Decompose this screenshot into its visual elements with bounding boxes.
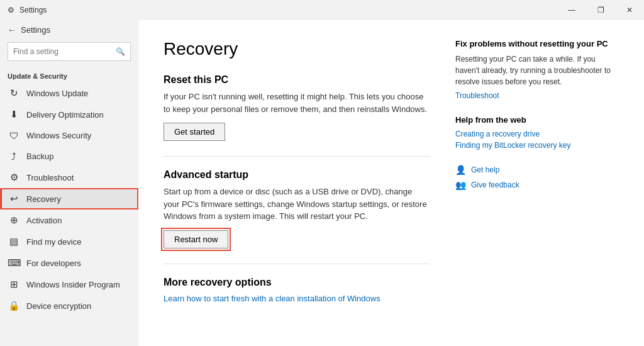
content-main: Recovery Reset this PC If your PC isn't … [164,39,430,327]
sidebar-item-find-my-device[interactable]: ▤ Find my device [0,231,138,252]
main-container: ← Settings 🔍 Update & Security ↻ Windows… [0,20,644,346]
advanced-description: Start up from a device or disc (such as … [164,186,430,223]
search-icon: 🔍 [116,47,125,56]
more-recovery-section: More recovery options Learn how to start… [164,277,430,303]
back-button[interactable]: ← Settings [0,20,138,40]
window-title: Settings [19,6,47,14]
windows-security-icon: 🛡 [8,130,20,141]
title-bar-left: ⚙ Settings [8,6,47,14]
give-feedback-icon: 👥 [455,180,466,190]
sidebar-item-device-encryption[interactable]: 🔒 Device encryption [0,295,138,316]
restore-button[interactable]: ❐ [586,0,615,20]
windows-update-icon: ↻ [8,87,20,99]
encryption-icon: 🔒 [8,300,20,311]
sidebar-item-for-developers[interactable]: ⌨ For developers [0,252,138,274]
more-recovery-title: More recovery options [164,277,430,288]
title-bar: ⚙ Settings — ❐ ✕ [0,0,644,20]
clean-install-link[interactable]: Learn how to start fresh with a clean in… [164,294,380,303]
fix-problems-section: Fix problems without resetting your PC R… [455,39,619,100]
windows-update-label: Windows Update [26,89,88,98]
sidebar-item-windows-insider[interactable]: ⊞ Windows Insider Program [0,274,138,295]
restart-now-button[interactable]: Restart now [164,230,228,248]
reset-section: Reset this PC If your PC isn't running w… [164,74,430,156]
sidebar: ← Settings 🔍 Update & Security ↻ Windows… [0,20,138,346]
advanced-title: Advanced startup [164,169,430,181]
restart-button-wrapper: Restart now [164,230,228,248]
get-started-button[interactable]: Get started [164,123,225,141]
back-icon: ← [8,25,16,35]
give-feedback-label[interactable]: Give feedback [471,181,519,189]
back-label: Settings [21,25,50,35]
sidebar-item-activation[interactable]: ⊕ Activation [0,209,138,231]
activation-label: Activation [26,216,62,225]
reset-description: If your PC isn't running well, resetting… [164,91,430,115]
title-bar-controls: — ❐ ✕ [557,0,644,20]
sidebar-item-windows-security[interactable]: 🛡 Windows Security [0,125,138,146]
section-divider-2 [164,264,430,264]
recovery-icon: ↩ [8,193,20,204]
troubleshoot-link[interactable]: Troubleshoot [455,91,619,100]
sidebar-item-troubleshoot[interactable]: ⚙ Troubleshoot [0,167,138,188]
encryption-label: Device encryption [26,301,91,311]
help-items-section: 👤 Get help 👥 Give feedback [455,165,619,190]
search-box[interactable]: 🔍 [8,42,131,61]
section-label: Update & Security [0,67,138,82]
section-divider-1 [164,156,430,157]
bitlocker-recovery-key-link[interactable]: Finding my BitLocker recovery key [455,141,619,150]
insider-label: Windows Insider Program [26,280,120,289]
advanced-startup-section: Advanced startup Start up from a device … [164,169,430,248]
right-panel: Fix problems without resetting your PC R… [455,39,619,327]
troubleshoot-label: Troubleshoot [26,173,74,182]
get-help-icon: 👤 [455,165,466,175]
recovery-label: Recovery [26,194,61,204]
search-input[interactable] [13,47,116,56]
troubleshoot-icon: ⚙ [8,172,20,183]
help-from-web-section: Help from the web Creating a recovery dr… [455,115,619,150]
windows-security-label: Windows Security [26,131,91,140]
fix-problems-title: Fix problems without resetting your PC [455,39,619,48]
content-area: Recovery Reset this PC If your PC isn't … [138,20,644,346]
give-feedback-item[interactable]: 👥 Give feedback [455,180,619,190]
find-device-icon: ▤ [8,236,20,247]
settings-icon: ⚙ [8,6,14,14]
sidebar-item-delivery-optimization[interactable]: ⬇ Delivery Optimization [0,104,138,125]
fix-problems-desc: Resetting your PC can take a while. If y… [455,53,619,87]
activation-icon: ⊕ [8,215,20,226]
help-web-title: Help from the web [455,115,619,125]
creating-recovery-drive-link[interactable]: Creating a recovery drive [455,130,619,138]
get-help-item[interactable]: 👤 Get help [455,165,619,175]
get-help-label[interactable]: Get help [471,165,499,174]
reset-title: Reset this PC [164,74,430,86]
backup-icon: ⤴ [8,151,20,162]
minimize-button[interactable]: — [557,0,586,20]
backup-label: Backup [26,152,53,161]
close-button[interactable]: ✕ [615,0,644,20]
sidebar-item-backup[interactable]: ⤴ Backup [0,146,138,167]
find-device-label: Find my device [26,237,81,247]
developers-label: For developers [26,259,81,268]
sidebar-item-windows-update[interactable]: ↻ Windows Update [0,82,138,104]
page-title: Recovery [164,39,430,59]
delivery-optimization-label: Delivery Optimization [26,110,104,120]
developers-icon: ⌨ [8,257,20,269]
insider-icon: ⊞ [8,279,20,290]
sidebar-item-recovery[interactable]: ↩ Recovery [0,188,138,209]
delivery-optimization-icon: ⬇ [8,109,20,120]
